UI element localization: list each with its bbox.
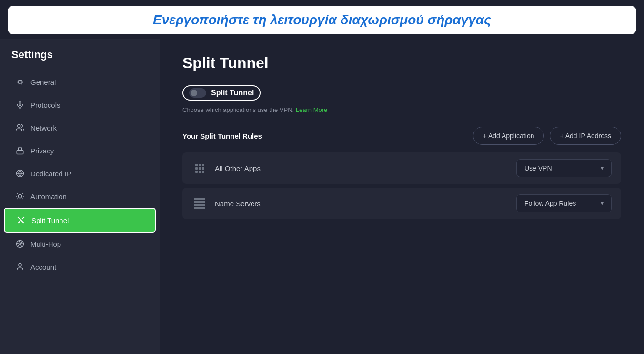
rule-name-name-servers: Name Servers bbox=[215, 200, 509, 208]
sidebar: Settings ⚙ General Protocols bbox=[0, 39, 160, 354]
toggle-section: Split Tunnel bbox=[182, 85, 621, 101]
rule-name-all-other-apps: All Other Apps bbox=[215, 164, 509, 172]
sidebar-label-network: Network bbox=[30, 124, 57, 132]
sidebar-label-dedicated-ip: Dedicated IP bbox=[30, 170, 71, 178]
content-area: Split Tunnel Split Tunnel Choose which a… bbox=[160, 39, 644, 354]
toggle-wrapper[interactable]: Split Tunnel bbox=[182, 85, 261, 101]
chevron-down-icon: ▾ bbox=[601, 165, 604, 172]
sidebar-item-multi-hop[interactable]: Multi-Hop bbox=[4, 233, 156, 255]
sidebar-item-account[interactable]: Account bbox=[4, 255, 156, 278]
rule-dropdown-value-all-other-apps: Use VPN bbox=[524, 164, 552, 172]
add-ip-address-button[interactable]: + Add IP Address bbox=[550, 127, 621, 145]
sidebar-item-automation[interactable]: Automation bbox=[4, 185, 156, 208]
dedicated-ip-icon bbox=[15, 169, 25, 178]
banner-text: Ενεργοποιήστε τη λειτουργία διαχωρισμού … bbox=[153, 12, 491, 27]
sidebar-label-automation: Automation bbox=[30, 192, 67, 201]
network-icon bbox=[15, 123, 25, 132]
toggle-label: Split Tunnel bbox=[211, 89, 254, 97]
add-application-button[interactable]: + Add Application bbox=[473, 127, 544, 145]
svg-point-8 bbox=[19, 263, 21, 266]
sidebar-item-dedicated-ip[interactable]: Dedicated IP bbox=[4, 162, 156, 185]
svg-point-2 bbox=[18, 124, 20, 127]
rules-title: Your Split Tunnel Rules bbox=[182, 132, 262, 140]
rule-dropdown-value-name-servers: Follow App Rules bbox=[524, 200, 576, 207]
sidebar-label-protocols: Protocols bbox=[30, 101, 60, 109]
sidebar-item-split-tunnel[interactable]: Split Tunnel bbox=[4, 208, 156, 233]
sidebar-item-general[interactable]: ⚙ General bbox=[4, 71, 156, 93]
sidebar-item-protocols[interactable]: Protocols bbox=[4, 93, 156, 116]
subtitle: Choose which applications use the VPN. L… bbox=[182, 106, 621, 113]
rule-row-name-servers: Name Servers Follow App Rules ▾ bbox=[182, 188, 621, 219]
split-tunnel-icon bbox=[16, 215, 26, 225]
grid-icon bbox=[192, 161, 207, 176]
subtitle-text: Choose which applications use the VPN. bbox=[182, 106, 294, 113]
automation-icon bbox=[15, 192, 25, 201]
svg-rect-3 bbox=[17, 150, 23, 154]
sidebar-item-network[interactable]: Network bbox=[4, 116, 156, 139]
gear-icon: ⚙ bbox=[15, 77, 25, 87]
rules-header: Your Split Tunnel Rules + Add Applicatio… bbox=[182, 127, 621, 145]
sidebar-label-privacy: Privacy bbox=[30, 147, 54, 155]
rule-dropdown-name-servers[interactable]: Follow App Rules ▾ bbox=[516, 194, 612, 212]
sidebar-title: Settings bbox=[0, 49, 160, 71]
account-icon bbox=[15, 262, 25, 272]
sidebar-label-multi-hop: Multi-Hop bbox=[30, 240, 61, 248]
server-icon bbox=[192, 196, 207, 211]
learn-more-link[interactable]: Learn More bbox=[296, 106, 327, 113]
rule-dropdown-all-other-apps[interactable]: Use VPN ▾ bbox=[516, 159, 612, 177]
chevron-down-icon-2: ▾ bbox=[601, 200, 604, 207]
sidebar-label-split-tunnel: Split Tunnel bbox=[31, 216, 69, 224]
microphone-icon bbox=[15, 100, 25, 110]
rule-row-all-other-apps: All Other Apps Use VPN ▾ bbox=[182, 152, 621, 184]
multi-hop-icon bbox=[15, 239, 25, 249]
main-layout: Settings ⚙ General Protocols bbox=[0, 39, 644, 354]
page-title: Split Tunnel bbox=[182, 54, 621, 72]
sidebar-label-general: General bbox=[30, 78, 56, 86]
rules-buttons: + Add Application + Add IP Address bbox=[473, 127, 621, 145]
lock-icon bbox=[15, 146, 25, 155]
svg-point-6 bbox=[18, 194, 22, 198]
sidebar-label-account: Account bbox=[30, 263, 56, 271]
top-banner: Ενεργοποιήστε τη λειτουργία διαχωρισμού … bbox=[8, 6, 636, 34]
sidebar-item-privacy[interactable]: Privacy bbox=[4, 139, 156, 162]
split-tunnel-toggle[interactable] bbox=[189, 88, 206, 98]
